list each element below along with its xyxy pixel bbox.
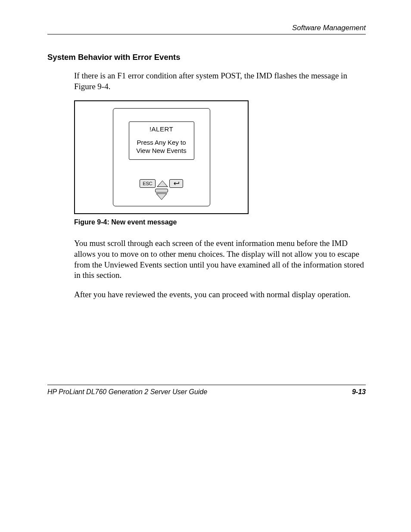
imd-screen: !ALERT Press Any Key to View New Events (129, 121, 194, 159)
body-paragraph-3: After you have reviewed the events, you … (74, 289, 366, 300)
alert-line: !ALERT (131, 125, 192, 134)
esc-label: ESC (143, 181, 153, 186)
body-paragraph-2: You must scroll through each screen of t… (74, 238, 366, 281)
enter-icon (172, 180, 180, 187)
select-bar-button[interactable] (155, 189, 168, 193)
page-footer: HP ProLiant DL760 Generation 2 Server Us… (47, 385, 366, 396)
footer-rule (47, 385, 366, 386)
msg-line-1: Press Any Key to (131, 139, 192, 147)
enter-button[interactable] (169, 179, 183, 188)
footer-doc-title: HP ProLiant DL760 Generation 2 Server Us… (47, 388, 207, 396)
up-arrow-button[interactable] (157, 180, 168, 187)
figure-frame: !ALERT Press Any Key to View New Events … (74, 100, 249, 214)
footer-page-number: 9-13 (352, 388, 366, 396)
running-title: Software Management (292, 24, 366, 32)
running-header: Software Management (47, 24, 366, 34)
figure-caption: Figure 9-4: New event message (74, 218, 366, 226)
msg-line-2: View New Events (131, 147, 192, 155)
esc-button[interactable]: ESC (140, 179, 156, 188)
figure-9-4: !ALERT Press Any Key to View New Events … (74, 100, 366, 214)
imd-controls: ESC (113, 179, 210, 200)
body-paragraph-1: If there is an F1 error condition after … (74, 71, 366, 92)
down-arrow-button[interactable] (156, 193, 167, 200)
imd-device: !ALERT Press Any Key to View New Events … (113, 108, 210, 206)
section-heading: System Behavior with Error Events (47, 53, 366, 62)
